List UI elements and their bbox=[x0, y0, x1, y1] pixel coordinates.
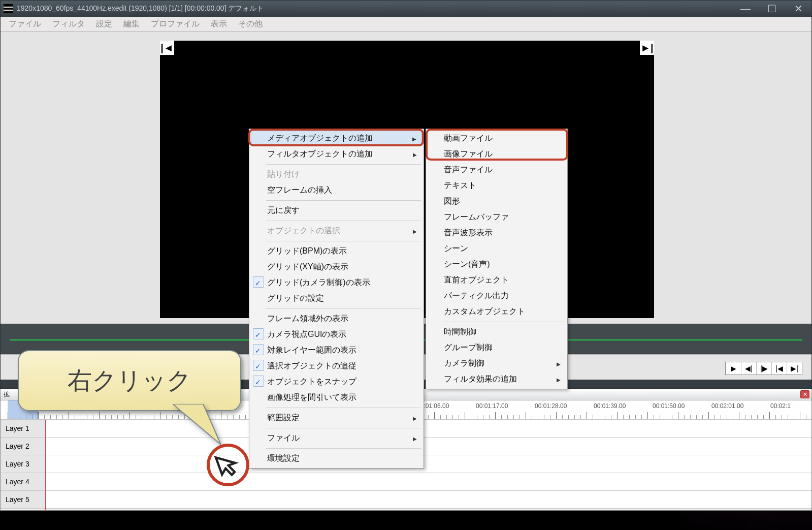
context-menu-item[interactable]: グリッド(BPM)の表示 bbox=[251, 243, 422, 259]
layer-label[interactable]: Layer 2 bbox=[1, 438, 46, 455]
transport-button-1[interactable]: ◀| bbox=[741, 362, 756, 375]
menu-item-6[interactable]: その他 bbox=[234, 18, 267, 30]
timeline-title: 拡 bbox=[4, 390, 10, 399]
check-icon: ✓ bbox=[255, 331, 261, 339]
context-menu-item[interactable]: 時間制御 bbox=[428, 324, 566, 340]
context-menu-item[interactable]: フィルタ効果の追加 bbox=[428, 371, 566, 387]
transport-button-0[interactable]: ▶ bbox=[726, 362, 741, 375]
menu-item-4[interactable]: プロファイル bbox=[147, 18, 204, 30]
svg-marker-0 bbox=[173, 404, 221, 445]
context-menu-item-label: グリッド(カメラ制御)の表示 bbox=[267, 278, 370, 287]
close-button[interactable]: ✕ bbox=[788, 3, 808, 15]
transport-button-3[interactable]: |◀ bbox=[771, 362, 787, 375]
context-menu-item[interactable]: カスタムオブジェクト bbox=[428, 304, 566, 320]
context-menu-item-label: グループ制御 bbox=[444, 343, 493, 352]
layer-row[interactable]: Layer 5 bbox=[1, 491, 811, 509]
layer-track[interactable] bbox=[46, 473, 811, 490]
context-menu-item-label: ファイル bbox=[267, 433, 300, 442]
context-menu-item[interactable]: パーティクル出力 bbox=[428, 288, 566, 304]
context-menu-item[interactable]: ✓選択オブジェクトの追従 bbox=[251, 358, 422, 374]
cursor-arrow-icon bbox=[213, 449, 245, 485]
context-menu-item[interactable]: グリッド(XY軸)の表示 bbox=[251, 259, 422, 275]
menu-separator bbox=[443, 322, 565, 322]
context-menu-item-label: カメラ制御 bbox=[444, 359, 484, 367]
context-menu-item-label: シーン(音声) bbox=[444, 260, 490, 268]
minimize-button[interactable]: — bbox=[735, 3, 756, 15]
menu-separator bbox=[266, 408, 421, 408]
context-menu-item-label: フィルタオブジェクトの追加 bbox=[267, 149, 373, 158]
layer-track[interactable] bbox=[46, 491, 811, 508]
context-menu-item[interactable]: グループ制御 bbox=[428, 340, 566, 356]
layer-label[interactable]: Layer 1 bbox=[1, 420, 46, 437]
context-menu-item[interactable]: 空フレームの挿入 bbox=[251, 182, 422, 198]
context-menu-item-label: シーン bbox=[444, 244, 468, 253]
context-menu-item[interactable]: シーン bbox=[428, 241, 566, 257]
context-menu-item-label: カメラ視点GUIの表示 bbox=[267, 330, 346, 338]
context-menu-item: 貼り付け bbox=[251, 167, 422, 182]
context-menu-item-label: フレームバッファ bbox=[444, 212, 509, 221]
context-menu-item[interactable]: フレーム領域外の表示 bbox=[251, 311, 422, 327]
ruler-time-label: 00:02:1 bbox=[770, 402, 791, 410]
context-menu-item[interactable]: 動画ファイル bbox=[428, 131, 566, 146]
context-menu-item[interactable]: 音声波形表示 bbox=[428, 225, 566, 241]
check-icon: ✓ bbox=[255, 279, 261, 287]
context-menu-item[interactable]: 画像ファイル bbox=[428, 146, 566, 162]
context-menu-item[interactable]: ✓カメラ視点GUIの表示 bbox=[251, 327, 422, 342]
check-icon: ✓ bbox=[255, 347, 261, 355]
context-menu-item[interactable]: フレームバッファ bbox=[428, 209, 566, 225]
context-menu-item-label: 時間制御 bbox=[444, 327, 476, 336]
layer-row[interactable]: Layer 4 bbox=[1, 473, 811, 491]
context-menu-item: オブジェクトの選択 bbox=[251, 223, 422, 239]
context-menu-item-label: パーティクル出力 bbox=[444, 291, 509, 300]
menu-item-2[interactable]: 設定 bbox=[92, 18, 116, 30]
context-menu-item-label: 音声波形表示 bbox=[444, 228, 493, 237]
menu-item-5[interactable]: 表示 bbox=[207, 18, 231, 30]
menu-item-3[interactable]: 編集 bbox=[119, 18, 144, 30]
context-menu-item[interactable]: テキスト bbox=[428, 178, 566, 194]
layer-track[interactable] bbox=[46, 420, 811, 437]
layer-track[interactable] bbox=[46, 438, 811, 455]
context-menu-item[interactable]: 直前オブジェクト bbox=[428, 272, 566, 288]
context-menu-item-label: 図形 bbox=[444, 197, 460, 205]
transport-button-2[interactable]: |▶ bbox=[756, 362, 771, 375]
context-menu-item[interactable]: ✓オブジェクトをスナップ bbox=[251, 374, 422, 390]
maximize-button[interactable]: ☐ bbox=[762, 3, 782, 15]
menu-item-0[interactable]: ファイル bbox=[5, 18, 45, 30]
decorative-strip bbox=[537, 389, 811, 400]
context-menu-item-label: 空フレームの挿入 bbox=[267, 185, 332, 194]
context-menu-item[interactable]: 画像処理を間引いて表示 bbox=[251, 390, 422, 406]
layer-track[interactable] bbox=[46, 455, 811, 473]
ruler-time-label: 00:01:50.00 bbox=[653, 402, 685, 410]
context-menu-item[interactable]: ファイル bbox=[251, 430, 422, 446]
context-menu-item[interactable]: ✓対象レイヤー範囲の表示 bbox=[251, 342, 422, 358]
context-menu-item[interactable]: メディアオブジェクトの追加 bbox=[251, 131, 422, 146]
context-menu-item[interactable]: 音声ファイル bbox=[428, 162, 566, 178]
context-menu-item[interactable]: ✓グリッド(カメラ制御)の表示 bbox=[251, 275, 422, 291]
context-menu-item[interactable]: カメラ制御 bbox=[428, 356, 566, 371]
check-icon: ✓ bbox=[255, 378, 261, 386]
context-menu-item[interactable]: 環境設定 bbox=[251, 451, 422, 466]
context-menu-item-label: テキスト bbox=[444, 181, 476, 190]
menu-item-1[interactable]: フィルタ bbox=[48, 18, 89, 30]
layer-label[interactable]: Layer 5 bbox=[1, 491, 46, 508]
transport-button-4[interactable]: ▶| bbox=[787, 362, 802, 375]
context-menu-item-label: 貼り付け bbox=[267, 170, 300, 178]
context-menu-item[interactable]: シーン(音声) bbox=[428, 257, 566, 272]
context-menu-item[interactable]: 図形 bbox=[428, 194, 566, 209]
context-menu-item-label: 対象レイヤー範囲の表示 bbox=[267, 346, 356, 354]
context-menu-item[interactable]: グリッドの設定 bbox=[251, 291, 422, 306]
menu-separator bbox=[266, 308, 421, 309]
context-menu-item[interactable]: 元に戻す bbox=[251, 203, 422, 219]
context-submenu: 動画ファイル画像ファイル音声ファイルテキスト図形フレームバッファ音声波形表示シー… bbox=[426, 129, 568, 389]
next-frame-icon[interactable]: ►| bbox=[640, 41, 654, 55]
context-menu-item[interactable]: 範囲設定 bbox=[251, 410, 422, 426]
layer-label[interactable]: Layer 4 bbox=[1, 473, 46, 490]
timeline-close-button[interactable]: ✕ bbox=[800, 390, 809, 398]
layer-label[interactable]: Layer 3 bbox=[1, 455, 46, 473]
context-menu-item-label: オブジェクトをスナップ bbox=[267, 377, 356, 386]
menu-separator bbox=[266, 221, 421, 221]
context-menu-item[interactable]: フィルタオブジェクトの追加 bbox=[251, 146, 422, 162]
context-menu-item-label: 選択オブジェクトの追従 bbox=[267, 361, 356, 370]
prev-frame-icon[interactable]: |◄ bbox=[160, 41, 174, 55]
menu-separator bbox=[266, 241, 421, 241]
